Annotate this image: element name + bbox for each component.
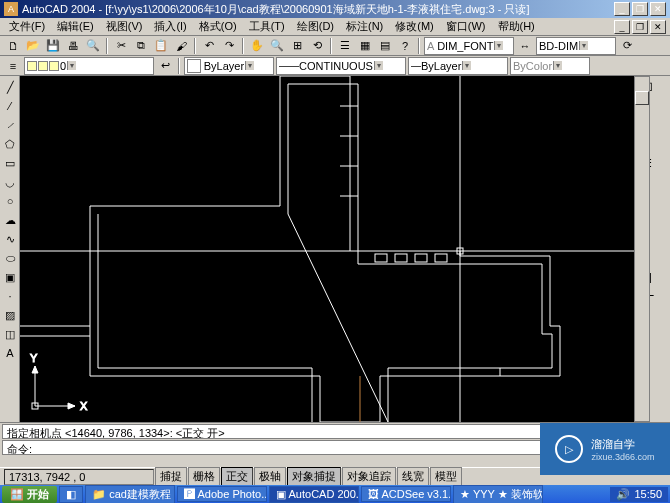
taskbar-item[interactable]: ★ YYY ★ 装饰软件 (453, 485, 543, 504)
toolpalette-icon[interactable]: ▤ (376, 37, 394, 55)
arc-icon[interactable]: ◡ (1, 173, 19, 191)
spline-icon[interactable]: ∿ (1, 230, 19, 248)
xline-icon[interactable]: ∕ (1, 97, 19, 115)
menu-draw[interactable]: 绘图(D) (292, 18, 339, 35)
menu-format[interactable]: 格式(O) (194, 18, 242, 35)
close-button[interactable]: ✕ (650, 2, 666, 16)
plotstyle-combo[interactable]: ByColor▾ (510, 57, 590, 75)
toggle-lwt[interactable]: 线宽 (397, 467, 429, 486)
print-icon[interactable]: 🖶 (64, 37, 82, 55)
layer-freeze-icon (38, 61, 48, 71)
dim-tool-icon[interactable]: ↔ (516, 37, 534, 55)
toggle-ortho[interactable]: 正交 (221, 467, 253, 486)
svg-rect-9 (415, 254, 427, 262)
mtext-icon[interactable]: A (1, 344, 19, 362)
titlebar: A AutoCAD 2004 - [f:\yy\ys1\2006\2006年10… (0, 0, 670, 18)
cut-icon[interactable]: ✂ (112, 37, 130, 55)
dim-update-icon[interactable]: ⟳ (618, 37, 636, 55)
undo-icon[interactable]: ↶ (200, 37, 218, 55)
tray-icon[interactable]: 🔊 (616, 488, 630, 501)
dim-font-combo[interactable]: A DIM_FONT▾ (424, 37, 514, 55)
matchprop-icon[interactable]: 🖌 (172, 37, 190, 55)
new-icon[interactable]: 🗋 (4, 37, 22, 55)
layer-prev-icon[interactable]: ↩ (156, 57, 174, 75)
zoom-previous-icon[interactable]: ⟲ (308, 37, 326, 55)
taskbar-item[interactable]: 🅿 Adobe Photo... (177, 486, 267, 502)
save-icon[interactable]: 💾 (44, 37, 62, 55)
restore-button[interactable]: ❐ (632, 2, 648, 16)
minimize-button[interactable]: _ (614, 2, 630, 16)
polygon-icon[interactable]: ⬠ (1, 135, 19, 153)
layer-on-icon (27, 61, 37, 71)
open-icon[interactable]: 📂 (24, 37, 42, 55)
lineweight-combo[interactable]: — ByLayer▾ (408, 57, 508, 75)
svg-marker-18 (32, 366, 38, 373)
vertical-scrollbar[interactable] (634, 76, 650, 422)
clock[interactable]: 15:50 (634, 488, 662, 500)
menu-tools[interactable]: 工具(T) (244, 18, 290, 35)
zoom-realtime-icon[interactable]: 🔍 (268, 37, 286, 55)
draw-toolbar: ╱ ∕ ⟋ ⬠ ▭ ◡ ○ ☁ ∿ ⬭ ▣ · ▨ ◫ A (0, 76, 20, 422)
drawing-canvas[interactable]: X Y (20, 76, 634, 422)
ellipse-icon[interactable]: ⬭ (1, 249, 19, 267)
properties-icon[interactable]: ☰ (336, 37, 354, 55)
svg-rect-10 (435, 254, 447, 262)
block-icon[interactable]: ▣ (1, 268, 19, 286)
line-icon[interactable]: ╱ (1, 78, 19, 96)
title-text: AutoCAD 2004 - [f:\yy\ys1\2006\2006年10月\… (22, 2, 614, 17)
mdi-close[interactable]: ✕ (650, 20, 666, 34)
svg-rect-8 (395, 254, 407, 262)
menu-window[interactable]: 窗口(W) (441, 18, 491, 35)
layer-manager-icon[interactable]: ≡ (4, 57, 22, 75)
circle-icon[interactable]: ○ (1, 192, 19, 210)
help-icon[interactable]: ? (396, 37, 414, 55)
revcloud-icon[interactable]: ☁ (1, 211, 19, 229)
system-tray[interactable]: 🔊 15:50 (610, 487, 668, 502)
toggle-model[interactable]: 模型 (430, 467, 462, 486)
menu-help[interactable]: 帮助(H) (493, 18, 540, 35)
coordinates-display[interactable]: 17313, 7942 , 0 (4, 469, 154, 485)
menu-view[interactable]: 视图(V) (101, 18, 148, 35)
dim-style-combo[interactable]: BD-DIM▾ (536, 37, 616, 55)
linetype-combo[interactable]: —— CONTINUOUS▾ (276, 57, 406, 75)
quicklaunch-icon[interactable]: ◧ (59, 486, 83, 503)
toggle-osnap[interactable]: 对象捕捉 (287, 467, 341, 486)
pan-icon[interactable]: ✋ (248, 37, 266, 55)
hatch-icon[interactable]: ▨ (1, 306, 19, 324)
toggle-grid[interactable]: 栅格 (188, 467, 220, 486)
windows-taskbar: 🪟 开始 ◧ 📁 cad建模教程 🅿 Adobe Photo... ▣ Auto… (0, 485, 670, 503)
watermark-url: zixue.3d66.com (591, 452, 654, 462)
rectangle-icon[interactable]: ▭ (1, 154, 19, 172)
ucs-y-label: Y (30, 352, 38, 364)
redo-icon[interactable]: ↷ (220, 37, 238, 55)
toggle-snap[interactable]: 捕捉 (155, 467, 187, 486)
menu-edit[interactable]: 编辑(E) (52, 18, 99, 35)
taskbar-item[interactable]: 📁 cad建模教程 (85, 485, 175, 504)
paste-icon[interactable]: 📋 (152, 37, 170, 55)
app-icon: A (4, 2, 18, 16)
menu-modify[interactable]: 修改(M) (390, 18, 439, 35)
taskbar-item[interactable]: 🖼 ACDSee v3.1... (361, 486, 451, 502)
pline-icon[interactable]: ⟋ (1, 116, 19, 134)
zoom-window-icon[interactable]: ⊞ (288, 37, 306, 55)
toggle-polar[interactable]: 极轴 (254, 467, 286, 486)
menu-file[interactable]: 文件(F) (4, 18, 50, 35)
start-button[interactable]: 🪟 开始 (2, 486, 57, 503)
toggle-otrack[interactable]: 对象追踪 (342, 467, 396, 486)
designcenter-icon[interactable]: ▦ (356, 37, 374, 55)
drawing-area[interactable]: X Y (20, 76, 634, 422)
menu-insert[interactable]: 插入(I) (149, 18, 191, 35)
mdi-restore[interactable]: ❐ (632, 20, 648, 34)
preview-icon[interactable]: 🔍 (84, 37, 102, 55)
point-icon[interactable]: · (1, 287, 19, 305)
window-controls: _ ❐ ✕ (614, 2, 666, 16)
region-icon[interactable]: ◫ (1, 325, 19, 343)
layer-combo[interactable]: 0▾ (24, 57, 154, 75)
mdi-minimize[interactable]: _ (614, 20, 630, 34)
copy-icon[interactable]: ⧉ (132, 37, 150, 55)
color-combo[interactable]: ByLayer▾ (184, 57, 274, 75)
mdi-controls: _ ❐ ✕ (614, 20, 666, 34)
taskbar-item-active[interactable]: ▣ AutoCAD 200... (269, 486, 359, 503)
scrollbar-thumb[interactable] (635, 91, 649, 105)
menu-dimension[interactable]: 标注(N) (341, 18, 388, 35)
